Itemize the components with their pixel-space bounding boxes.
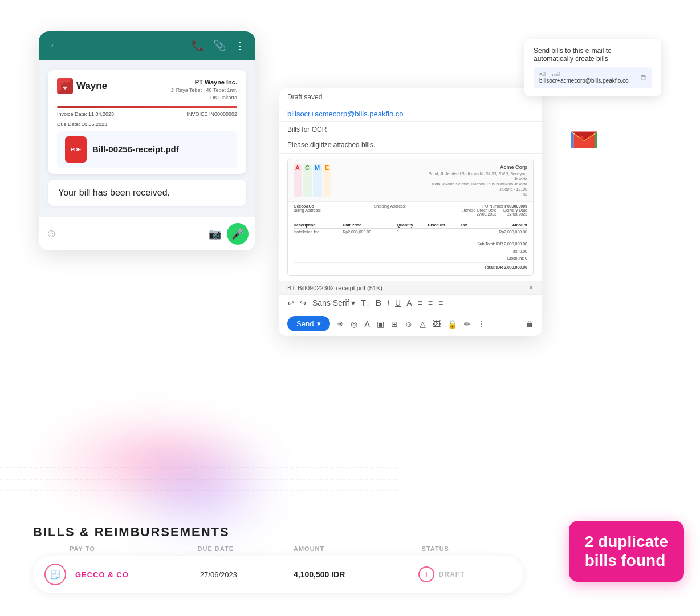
more-options-icon[interactable]: ⋮ xyxy=(478,319,486,329)
back-icon[interactable]: ← xyxy=(49,40,59,52)
email-attachment-bar: Bill-Bill09022302-receipt.pdf (51K) ✕ xyxy=(279,281,542,294)
attach-icon[interactable]: 📎 xyxy=(213,39,226,52)
decorative-lines xyxy=(0,456,399,502)
bills-table-header: PAY TO DUE DATE AMOUNT STATUS xyxy=(33,545,523,556)
font-size-button[interactable]: T↕ xyxy=(361,298,370,307)
whatsapp-body: Wayne PT Wayne Inc. Jl Raya Tebet · 40 T… xyxy=(39,60,255,217)
duplicate-bills-badge: 2 duplicate bills found xyxy=(569,521,684,582)
invoice-pdf: PDF Bill-00256-receipt.pdf xyxy=(57,131,237,168)
text-color-button[interactable]: A xyxy=(406,298,412,307)
duplicate-badge-line2: bills found xyxy=(585,551,668,570)
effects-icon[interactable]: ✳ xyxy=(337,319,344,329)
invoice-divider xyxy=(57,106,237,108)
tooltip-email-field: Bill email billsocr+acmecorp@bills.peakf… xyxy=(534,67,652,88)
email-draft-bar: Draft saved xyxy=(279,88,542,106)
emoji-icon-email[interactable]: ☺ xyxy=(405,319,413,329)
bill-status-cell: i DRAFT xyxy=(418,566,512,582)
font-selector[interactable]: Sans Serif ▾ xyxy=(312,298,355,307)
bill-row: 🧾 GECCO & CO 27/06/2023 4,100,500 IDR i … xyxy=(33,556,523,593)
col-header-payto: PAY TO xyxy=(70,545,198,552)
invoice-address: PT Wayne Inc. Jl Raya Tebet · 40 Tebet 1… xyxy=(171,78,237,102)
whatsapp-header: ← 📞 📎 ⋮ xyxy=(39,31,255,60)
pdf-icon: PDF xyxy=(65,136,87,163)
text-color-icon[interactable]: A xyxy=(364,319,369,329)
bills-section: BILLS & REIMBURSEMENTS PAY TO DUE DATE A… xyxy=(33,525,523,593)
list-button[interactable]: ≡ xyxy=(428,298,433,307)
table-icon[interactable]: ▣ xyxy=(377,319,384,329)
email-format-toolbar: ↩ ↪ Sans Serif ▾ T↕ B I U A ≡ ≡ ≡ xyxy=(279,294,542,311)
indent-button[interactable]: ≡ xyxy=(438,298,443,307)
copy-icon[interactable]: ⧉ xyxy=(641,73,646,83)
send-button[interactable]: Send ▾ xyxy=(287,316,330,331)
whatsapp-input-bar: ☺ 📷 🎤 xyxy=(39,217,255,250)
italic-button[interactable]: I xyxy=(387,298,389,307)
email-actions-bar: Send ▾ ✳ ◎ A ▣ ⊞ ☺ △ 🖼 🔒 ✏ ⋮ 🗑 xyxy=(279,311,542,336)
bold-button[interactable]: B xyxy=(376,298,381,307)
col-header-amount: AMOUNT xyxy=(294,545,422,552)
call-icon[interactable]: 📞 xyxy=(192,39,204,52)
email-to-field[interactable]: billsocr+acmecorp@bills.peakflo.co xyxy=(279,106,542,122)
col-header-status: STATUS xyxy=(422,545,518,552)
lock-icon[interactable]: 🔒 xyxy=(447,319,457,329)
link-icon[interactable]: ⊞ xyxy=(391,319,398,329)
redo-icon[interactable]: ↪ xyxy=(300,298,307,307)
email-invoice-preview: A C M E Acme Corp Scbd, Jl. Jenderal Sud… xyxy=(287,159,534,276)
edit-icon[interactable]: ✏ xyxy=(464,319,471,329)
bill-duedate: 27/06/2023 xyxy=(200,570,294,579)
duplicate-badge-line1: 2 duplicate xyxy=(585,532,668,552)
invoice-card: Wayne PT Wayne Inc. Jl Raya Tebet · 40 T… xyxy=(48,70,246,174)
close-attachment-icon[interactable]: ✕ xyxy=(528,284,534,291)
underline-button[interactable]: U xyxy=(395,298,401,307)
col-header-duedate: DUE DATE xyxy=(198,545,294,552)
bill-icon: 🧾 xyxy=(44,564,66,585)
received-message-bubble: Your bill has been received. xyxy=(48,180,246,206)
email-subject-field: Bills for OCR xyxy=(279,122,542,137)
camera-icon[interactable]: 📷 xyxy=(209,228,221,240)
bill-amount: 4,100,500 IDR xyxy=(294,570,418,579)
tooltip-title: Send bills to this e-mail to automatical… xyxy=(534,47,652,63)
invoice-table-row: Installation fee Rp2,000,000.00 1 Rp2,00… xyxy=(294,229,527,236)
more-icon[interactable]: ⋮ xyxy=(235,39,245,52)
shape-icon[interactable]: △ xyxy=(420,319,426,329)
acme-corp-info: Acme Corp Scbd, Jl. Jenderal Sudirman No… xyxy=(425,164,527,197)
svg-text:M: M xyxy=(574,133,584,147)
sticker-icon[interactable]: ◎ xyxy=(351,319,357,329)
invoice-meta: Invoice Date: 11.04.2023 INVOICE IN00000… xyxy=(57,111,237,117)
whatsapp-card: ← 📞 📎 ⋮ Wayne PT Wa xyxy=(39,31,255,250)
bill-status: DRAFT xyxy=(439,570,465,578)
info-icon[interactable]: i xyxy=(418,566,434,582)
email-invoice-totals: Sub Total: IDR 2,000,000.00 Tax: 0.00 Di… xyxy=(288,238,533,275)
email-info-tooltip: Send bills to this e-mail to automatical… xyxy=(524,39,661,96)
bill-payto: GECCO & CO xyxy=(75,570,200,579)
align-button[interactable]: ≡ xyxy=(418,298,422,307)
invoice-company-name: Wayne xyxy=(76,80,107,92)
emoji-icon[interactable]: ☺ xyxy=(46,227,57,240)
email-body-text: Please digitize attached bills. xyxy=(279,137,542,154)
wayne-logo-icon xyxy=(57,78,73,94)
gmail-logo: M xyxy=(570,124,599,153)
email-invoice-table: Description Unit Price Quantity Discount… xyxy=(288,218,533,238)
undo-icon[interactable]: ↩ xyxy=(287,298,294,307)
email-compose-card: Draft saved billsocr+acmecorp@bills.peak… xyxy=(279,88,542,336)
pdf-filename: Bill-00256-receipt.pdf xyxy=(92,144,179,154)
delete-icon[interactable]: 🗑 xyxy=(526,319,534,329)
image-icon[interactable]: 🖼 xyxy=(433,319,441,329)
mic-button[interactable]: 🎤 xyxy=(227,223,249,245)
message-input[interactable] xyxy=(63,229,203,238)
bills-title: BILLS & REIMBURSEMENTS xyxy=(33,525,523,540)
acme-logo: A C M E xyxy=(294,164,331,197)
